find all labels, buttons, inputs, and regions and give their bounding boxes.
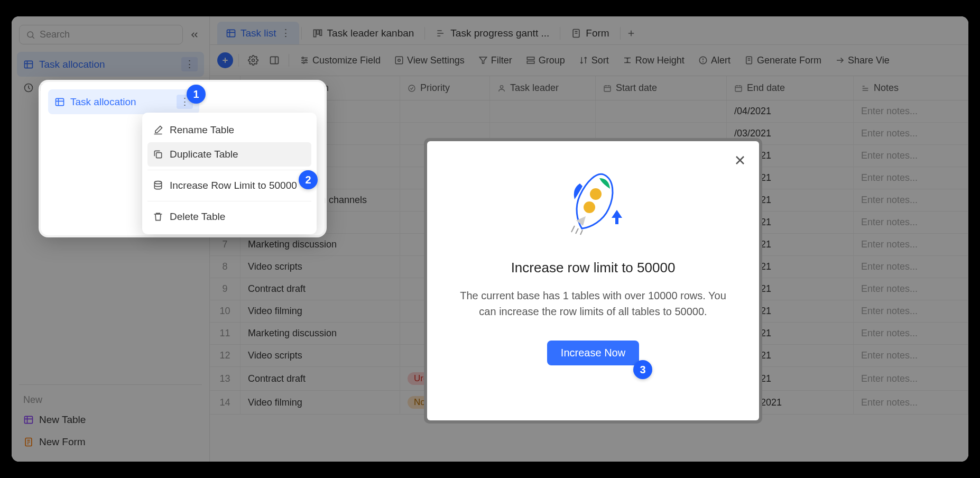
divider bbox=[147, 201, 311, 201]
table-icon bbox=[54, 97, 65, 107]
database-icon bbox=[153, 180, 163, 191]
svg-rect-67 bbox=[56, 98, 64, 105]
menu-label: Rename Table bbox=[170, 124, 234, 136]
modal-description: The current base has 1 tables with over … bbox=[450, 288, 736, 319]
app-window: Search Task allocation ⋮ Dashboard New N… bbox=[12, 16, 968, 462]
menu-item-duplicate[interactable]: Duplicate Table bbox=[147, 142, 311, 167]
increase-now-button[interactable]: Increase Now bbox=[547, 341, 639, 365]
sidebar-item-task-allocation-highlight[interactable]: Task allocation ⋮ bbox=[48, 89, 199, 114]
step-badge-2: 2 bbox=[299, 170, 318, 189]
menu-item-rename[interactable]: Rename Table bbox=[147, 118, 311, 142]
step-badge-1: 1 bbox=[187, 85, 206, 104]
rocket-illustration bbox=[551, 162, 635, 247]
step-badge-3: 3 bbox=[633, 360, 652, 379]
svg-point-74 bbox=[590, 188, 602, 200]
svg-point-71 bbox=[154, 181, 161, 184]
copy-icon bbox=[153, 149, 163, 160]
menu-label: Delete Table bbox=[170, 211, 225, 223]
trash-icon bbox=[153, 212, 163, 222]
menu-label: Duplicate Table bbox=[170, 149, 238, 160]
modal-title: Increase row limit to 50000 bbox=[511, 260, 676, 276]
menu-item-delete[interactable]: Delete Table bbox=[147, 205, 311, 229]
svg-point-75 bbox=[584, 201, 595, 213]
close-icon bbox=[734, 154, 746, 167]
menu-label: Increase Row Limit to 50000 bbox=[170, 180, 297, 191]
modal-frame: Increase row limit to 50000 The current … bbox=[424, 138, 762, 424]
divider bbox=[147, 170, 311, 170]
svg-rect-70 bbox=[156, 153, 162, 158]
modal-close-button[interactable] bbox=[732, 152, 748, 169]
increase-limit-modal: Increase row limit to 50000 The current … bbox=[427, 141, 759, 420]
menu-item-increase-limit[interactable]: Increase Row Limit to 50000 bbox=[147, 173, 311, 198]
edit-icon bbox=[153, 125, 163, 135]
table-context-menu: Rename Table Duplicate Table Increase Ro… bbox=[142, 113, 317, 234]
sidebar-item-label: Task allocation bbox=[70, 96, 136, 108]
